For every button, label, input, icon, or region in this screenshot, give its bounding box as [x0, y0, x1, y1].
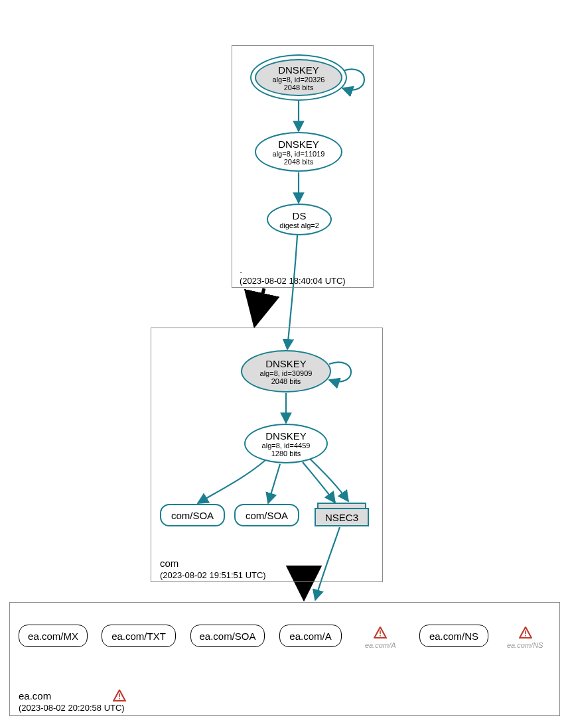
- node-eacom-txt: ea.com/TXT: [102, 625, 176, 647]
- node-com-soa-1-label: com/SOA: [171, 510, 214, 521]
- svg-rect-3: [525, 635, 526, 637]
- warning-icon: [113, 690, 126, 701]
- node-com-soa-2-label: com/SOA: [246, 510, 288, 521]
- svg-rect-4: [119, 694, 120, 698]
- node-com-zsk-type: DNSKEY: [265, 430, 307, 442]
- svg-rect-5: [119, 698, 120, 699]
- node-eacom-soa-label: ea.com/SOA: [199, 631, 255, 642]
- svg-rect-0: [380, 631, 381, 635]
- node-eacom-ns-label: ea.com/NS: [429, 631, 478, 642]
- node-root-zsk-bits: 2048 bits: [284, 158, 314, 166]
- node-root-zsk-alg: alg=8, id=11019: [273, 150, 325, 158]
- node-com-nsec3-label: NSEC3: [325, 512, 358, 523]
- svg-rect-1: [380, 635, 381, 637]
- node-com-soa-1: com/SOA: [160, 504, 225, 526]
- node-eacom-ns: ea.com/NS: [419, 625, 488, 647]
- node-root-ksk-bits: 2048 bits: [273, 84, 325, 91]
- node-root-zsk-type: DNSKEY: [278, 139, 319, 150]
- node-root-ksk-type: DNSKEY: [273, 64, 325, 76]
- zone-com-timestamp: (2023-08-02 19:51:51 UTC): [160, 570, 266, 580]
- node-root-ds-digest: digest alg=2: [279, 221, 319, 229]
- warning-label-ns: ea.com/NS: [507, 641, 543, 649]
- node-eacom-soa: ea.com/SOA: [190, 625, 265, 647]
- node-eacom-a: ea.com/A: [279, 625, 342, 647]
- node-root-ksk-alg: alg=8, id=20326: [273, 76, 325, 84]
- node-com-zsk-bits: 1280 bits: [271, 450, 301, 457]
- dnssec-graph: . (2023-08-02 18:40:04 UTC) DNSKEY alg=8…: [0, 0, 570, 728]
- node-com-ksk-bits: 2048 bits: [271, 377, 301, 385]
- zone-root-timestamp: (2023-08-02 18:40:04 UTC): [240, 276, 346, 286]
- node-com-zsk-alg: alg=8, id=4459: [262, 442, 311, 450]
- node-eacom-mx: ea.com/MX: [19, 625, 88, 647]
- warning-label-a: ea.com/A: [365, 641, 395, 649]
- svg-rect-2: [525, 631, 526, 635]
- warning-icon: [374, 627, 387, 638]
- node-root-zsk: DNSKEY alg=8, id=11019 2048 bits: [255, 132, 342, 172]
- node-com-zsk: DNSKEY alg=8, id=4459 1280 bits: [244, 424, 328, 463]
- node-root-ds: DS digest alg=2: [267, 204, 332, 235]
- node-com-ksk: DNSKEY alg=8, id=30909 2048 bits: [241, 350, 331, 393]
- node-eacom-a-label: ea.com/A: [289, 631, 331, 642]
- node-com-nsec3: NSEC3: [315, 508, 369, 526]
- node-com-ksk-type: DNSKEY: [265, 358, 307, 369]
- node-com-soa-2: com/SOA: [234, 504, 299, 526]
- node-eacom-txt-label: ea.com/TXT: [111, 631, 166, 642]
- node-root-ksk: DNSKEY alg=8, id=20326 2048 bits: [250, 54, 347, 101]
- zone-eacom-box: [9, 602, 560, 716]
- node-com-ksk-alg: alg=8, id=30909: [260, 369, 313, 377]
- zone-eacom-label: ea.com: [19, 690, 51, 701]
- node-eacom-mx-label: ea.com/MX: [28, 631, 78, 642]
- zone-com-label: com: [160, 558, 178, 569]
- node-root-ds-type: DS: [293, 210, 307, 221]
- warning-icon: [519, 627, 532, 638]
- zone-eacom-timestamp: (2023-08-02 20:20:58 UTC): [19, 703, 125, 713]
- zone-root-label: .: [240, 264, 242, 275]
